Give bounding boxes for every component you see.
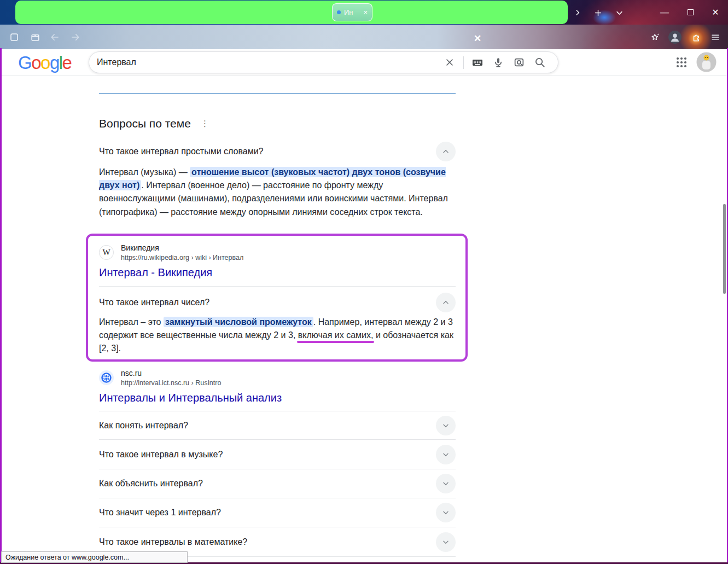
expand-button[interactable]: [436, 532, 456, 552]
question-text: Что значит через 1 интервал?: [99, 508, 221, 518]
tab-loading-dot-icon: [337, 10, 341, 14]
inner-divider: [99, 286, 456, 287]
tab-title: Ин: [344, 8, 360, 16]
tab-close-icon[interactable]: ×: [363, 9, 368, 16]
star-badge-icon: [650, 32, 660, 42]
account-avatar: [668, 30, 682, 44]
heading-text: Вопросы по теме: [99, 117, 191, 130]
chevron-up-icon: [441, 147, 450, 156]
google-apps-button[interactable]: [675, 56, 688, 69]
result-title-link[interactable]: Интервалы и Интервальный анализ: [99, 392, 282, 404]
question-text: Что такое интервал в музыке?: [99, 450, 223, 460]
status-bar: Ожидание ответа от www.google.com...: [1, 551, 188, 563]
hamburger-menu-icon: [710, 32, 720, 42]
chevron-right-icon: [574, 9, 581, 16]
annotation-underlined-text: включая их самих,: [298, 330, 374, 340]
window-close-button[interactable]: ✕: [703, 0, 728, 25]
voice-search-button[interactable]: [488, 56, 509, 68]
paa-collapsed-question[interactable]: Что значит через 1 интервал?: [99, 498, 456, 527]
chevron-down-icon: [441, 421, 450, 430]
kebab-menu-icon[interactable]: ⋮: [201, 119, 209, 129]
expand-button[interactable]: [436, 474, 456, 493]
collapse-button[interactable]: [436, 293, 456, 312]
account-button[interactable]: [667, 30, 683, 45]
maximize-square-icon: [688, 9, 694, 15]
submit-search-button[interactable]: [529, 56, 550, 68]
chevron-down-icon: [441, 479, 450, 488]
window-maximize-button[interactable]: [678, 0, 703, 25]
forward-button[interactable]: [68, 30, 83, 45]
scrollbar-thumb[interactable]: [723, 204, 726, 294]
chevron-down-icon: [441, 538, 450, 546]
result-title-link[interactable]: Интервал - Википедия: [99, 266, 212, 279]
expand-button[interactable]: [436, 416, 456, 435]
search-divider: [463, 56, 464, 69]
section-divider: [99, 93, 456, 94]
globe-icon: [101, 372, 112, 383]
list-all-tabs-button[interactable]: [611, 5, 627, 20]
paa-collapsed-question[interactable]: Как объяснить интервал?: [99, 469, 456, 498]
paa-collapsed-question[interactable]: Что такое интервал в музыке?: [99, 440, 456, 469]
extensions-button[interactable]: [688, 30, 703, 45]
google-logo[interactable]: Google: [18, 53, 71, 73]
google-search-box[interactable]: [89, 51, 558, 73]
answer-text: Интервал – это: [99, 317, 164, 327]
annotation-green-highlight: [15, 1, 568, 24]
favicon-letter: W: [102, 248, 110, 257]
microphone-icon: [492, 56, 504, 68]
plus-icon: [594, 9, 602, 17]
firefox-view-button[interactable]: [7, 30, 22, 45]
question-text: Что такое интервалы в математике?: [99, 537, 247, 547]
search-by-image-button[interactable]: [509, 56, 529, 68]
menu-button[interactable]: [708, 30, 723, 45]
search-results-page: Вопросы по теме ⋮ Что такое интервал про…: [0, 75, 728, 562]
close-x-overlay-icon: ✕: [470, 31, 485, 46]
paa-answer-2: Интервал – это замкнутый числовой промеж…: [99, 316, 454, 356]
collapse-button[interactable]: [436, 142, 456, 161]
magnifier-icon: [534, 56, 546, 68]
result-site-name[interactable]: Википедия: [121, 243, 159, 253]
new-tab-button[interactable]: [590, 5, 605, 20]
chevron-down-icon: [441, 508, 450, 517]
annotation-purple-box: W Википедия https://ru.wikipedia.org › w…: [86, 234, 468, 362]
google-search-input[interactable]: [97, 57, 439, 67]
answer-text: Интервал (музыка) —: [99, 167, 190, 177]
globe-favicon: [99, 370, 114, 385]
bookmarks-menu-button[interactable]: [648, 30, 663, 45]
logo-letter: G: [18, 53, 31, 73]
clear-search-button[interactable]: [439, 57, 460, 68]
virtual-keyboard-button[interactable]: [467, 56, 488, 69]
browser-toolbar: www.google.com/search?q=Интервал ✕ Поиск: [0, 25, 728, 49]
question-text: Что такое интервал чисел?: [99, 298, 209, 307]
result-site-name[interactable]: nsc.ru: [121, 368, 142, 378]
google-account-avatar[interactable]: [696, 52, 717, 72]
chevron-up-icon: [441, 298, 450, 307]
apps-grid-icon: [675, 56, 688, 69]
back-button[interactable]: [47, 30, 62, 45]
answer-text: . Интервал (военное дело) — расстояние п…: [99, 181, 448, 216]
question-text: Как объяснить интервал?: [99, 479, 203, 489]
logo-letter: o: [31, 53, 40, 73]
google-header: Google: [0, 49, 728, 75]
logo-letter: e: [62, 53, 72, 73]
toolbox-button[interactable]: [27, 30, 43, 45]
window-minimize-button[interactable]: —: [652, 0, 677, 25]
paa-question-2[interactable]: Что такое интервал чисел?: [99, 292, 456, 313]
expand-button[interactable]: [436, 445, 456, 464]
clear-x-icon: [444, 57, 455, 68]
paa-collapsed-question[interactable]: Как понять интервал?: [99, 411, 456, 440]
result-url[interactable]: https://ru.wikipedia.org › wiki › Интерв…: [121, 253, 243, 263]
back-arrow-icon: [50, 32, 60, 42]
tab-bar: Ин × — ✕: [0, 0, 728, 25]
google-lens-icon: [513, 56, 525, 68]
puzzle-piece-icon: [691, 32, 701, 43]
toolbox-icon: [30, 32, 40, 43]
paa-question-1[interactable]: Что такое интервал простыми словами?: [99, 141, 456, 162]
browser-tab[interactable]: Ин ×: [332, 3, 372, 21]
forward-arrow-icon: [71, 32, 80, 42]
status-text: Ожидание ответа от www.google.com...: [5, 554, 129, 561]
tab-scroll-right-button[interactable]: [570, 5, 585, 20]
expand-button[interactable]: [436, 503, 456, 522]
question-text: Что такое интервал простыми словами?: [99, 147, 263, 156]
result-url[interactable]: http://interval.ict.nsc.ru › RusIntro: [121, 378, 221, 388]
